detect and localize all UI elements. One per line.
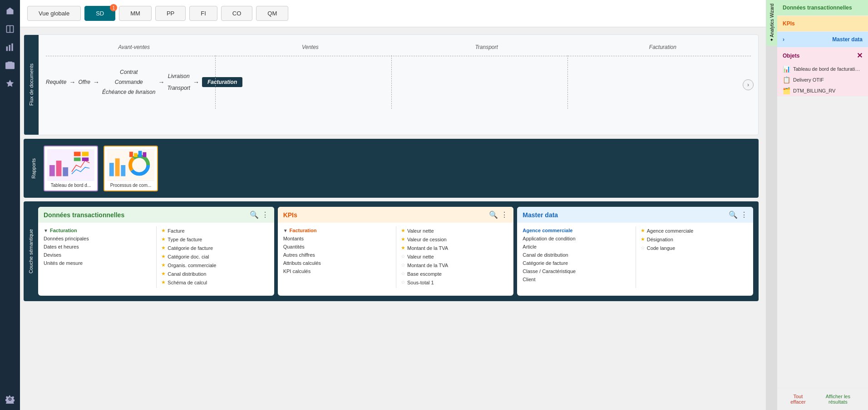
right-transactional-header[interactable]: Données transactionnelles — [777, 0, 868, 15]
transactional-search-icon[interactable]: 🔍 — [250, 210, 259, 219]
main-area: Vue globale SD 1 MM PP FI CO QM Flux de … — [20, 0, 766, 410]
masterdata-category-label: Agence commerciale — [523, 228, 572, 233]
process-flow-label: Flux de documents — [24, 35, 39, 135]
report-card-1[interactable]: Tableau de bord d... — [44, 146, 98, 191]
trans-item-1: Données principales — [42, 234, 153, 243]
star-icon-6: ★ — [161, 271, 166, 277]
star-icon-4: ★ — [161, 254, 166, 259]
masterdata-body: Agence commerciale Application de condit… — [517, 223, 753, 292]
kpis-search-icon[interactable]: 🔍 — [489, 210, 498, 219]
right-kpis-section: KPIs — [777, 16, 868, 32]
kpis-star-label-3: Montant de la TVA — [407, 245, 448, 251]
analytics-tab-label: Analytics Wizard — [769, 4, 774, 37]
mm-btn[interactable]: MM — [119, 6, 152, 21]
svg-rect-6 — [63, 167, 68, 176]
semantic-label: Couche sémantique — [24, 201, 38, 301]
kpis-unstar-3: ☆ Base escompte — [399, 269, 510, 278]
clear-btn[interactable]: Tout effacer — [783, 392, 814, 406]
col-transport: Transport — [399, 42, 575, 52]
masterdata-header: Master data 🔍 ⋮ — [517, 207, 753, 223]
arrow-1: → — [69, 78, 75, 86]
master-item-6: Client — [521, 275, 631, 283]
kpis-panel: KPIs 🔍 ⋮ ▼ Facturation Montants — [278, 207, 514, 296]
objects-item-1[interactable]: 📊 Tableau de bord de facturation cl... — [777, 63, 868, 74]
right-tab-strip: ✦ Analytics Wizard — [766, 0, 777, 410]
home-icon[interactable] — [3, 4, 17, 18]
svg-rect-2 — [11, 44, 13, 51]
kpis-menu-icon[interactable]: ⋮ — [501, 210, 508, 219]
transactional-panel: Données transactionnelles 🔍 ⋮ ▼ Facturat… — [38, 207, 274, 296]
svg-rect-14 — [121, 165, 125, 176]
col-avant-ventes: Avant-ventes — [46, 42, 222, 52]
masterdata-menu-icon[interactable]: ⋮ — [740, 210, 748, 219]
kpis-title: KPIs — [283, 211, 297, 219]
master-unstar-label-1: Code langue — [647, 245, 675, 251]
transactional-category-label: Facturation — [50, 228, 77, 233]
analytics-wizard-tab[interactable]: ✦ Analytics Wizard — [766, 0, 777, 46]
book-icon[interactable] — [3, 22, 17, 36]
kpis-category: ▼ Facturation — [281, 226, 392, 234]
co-btn[interactable]: CO — [221, 6, 253, 21]
objects-close-icon[interactable]: ✕ — [857, 51, 863, 60]
trans-star-label-3: Catégorie de facture — [168, 245, 213, 251]
transactional-right-col: ★ Facture ★ Type de facture ★ Catégorie … — [156, 226, 270, 288]
objects-label: Objets — [783, 53, 799, 59]
report-card-2-title: Processus de com... — [107, 183, 154, 188]
transactional-menu-icon[interactable]: ⋮ — [261, 210, 269, 219]
svg-rect-20 — [138, 151, 142, 157]
report-card-1-title: Tableau de bord d... — [47, 183, 94, 188]
col-facturation: Facturation — [575, 42, 751, 52]
settings-icon[interactable] — [3, 392, 17, 406]
vue-globale-btn[interactable]: Vue globale — [27, 6, 81, 21]
kpis-category-label: Facturation — [290, 228, 317, 233]
master-star-2: ★ Désignation — [639, 235, 750, 244]
fi-btn[interactable]: FI — [189, 6, 217, 21]
trans-star-3: ★ Catégorie de facture — [159, 244, 270, 252]
objects-item-2[interactable]: 📋 Delivery OTIF — [777, 74, 868, 85]
right-masterdata-label: Master data — [832, 36, 863, 43]
right-kpis-header[interactable]: KPIs — [777, 16, 868, 31]
kpis-unstar-icon-3: ☆ — [401, 271, 405, 277]
commande-node: Commande — [115, 79, 143, 85]
process-flow-area: Avant-ventes Ventes Transport Facturatio… — [39, 35, 758, 135]
kpis-body: ▼ Facturation Montants Quantités Autres … — [278, 223, 514, 292]
star-icon-3: ★ — [161, 245, 166, 251]
flow-columns: Avant-ventes Ventes Transport Facturatio… — [46, 42, 751, 56]
master-item-2: Article — [521, 243, 631, 251]
objects-item-3[interactable]: 🗂️ DTM_BILLING_RV — [777, 85, 868, 96]
separator-1 — [215, 55, 216, 109]
kpis-star-1: ★ Valeur nette — [399, 226, 510, 235]
trans-star-2: ★ Type de facture — [159, 235, 270, 244]
masterdata-search-icon[interactable]: 🔍 — [729, 210, 738, 219]
kpis-star-icon-1: ★ — [401, 228, 405, 234]
svg-rect-4 — [49, 165, 55, 176]
masterdata-category: Agence commerciale — [521, 226, 631, 234]
flow-nav-right[interactable]: › — [743, 79, 754, 90]
transactional-body: ▼ Facturation Données principales Dates … — [38, 223, 274, 292]
svg-rect-0 — [6, 46, 8, 51]
svg-rect-1 — [9, 45, 10, 51]
right-masterdata-section: › Master data — [777, 32, 868, 48]
analytics-star-icon: ✦ — [769, 37, 774, 42]
reports-label: Rapports — [29, 156, 38, 181]
kpis-expand[interactable]: ▼ — [283, 228, 288, 233]
camera-icon[interactable] — [3, 58, 17, 73]
transactional-expand[interactable]: ▼ — [44, 228, 48, 233]
contrat-node: Contrat — [120, 69, 138, 75]
kpis-unstar-2: ☆ Montant de la TVA — [399, 261, 510, 269]
svg-rect-8 — [82, 151, 89, 156]
report-card-1-thumb — [47, 149, 94, 181]
report-card-2[interactable]: Processus de com... — [104, 146, 158, 191]
kpis-unstar-icon-2: ☆ — [401, 262, 405, 268]
qm-btn[interactable]: QM — [256, 6, 288, 21]
pp-btn[interactable]: PP — [155, 6, 186, 21]
chart-icon[interactable] — [3, 40, 17, 54]
show-results-btn[interactable]: Afficher les résultats — [814, 392, 863, 406]
right-masterdata-expand: › — [783, 36, 784, 43]
kpis-unstar-label-4: Sous-total 1 — [407, 280, 434, 285]
right-masterdata-header[interactable]: › Master data — [777, 32, 868, 47]
star-icon[interactable] — [3, 76, 17, 91]
trans-star-6: ★ Canal distribution — [159, 269, 270, 278]
trans-star-4: ★ Catégorie doc. cial — [159, 252, 270, 261]
master-star-icon-2: ★ — [641, 236, 645, 242]
